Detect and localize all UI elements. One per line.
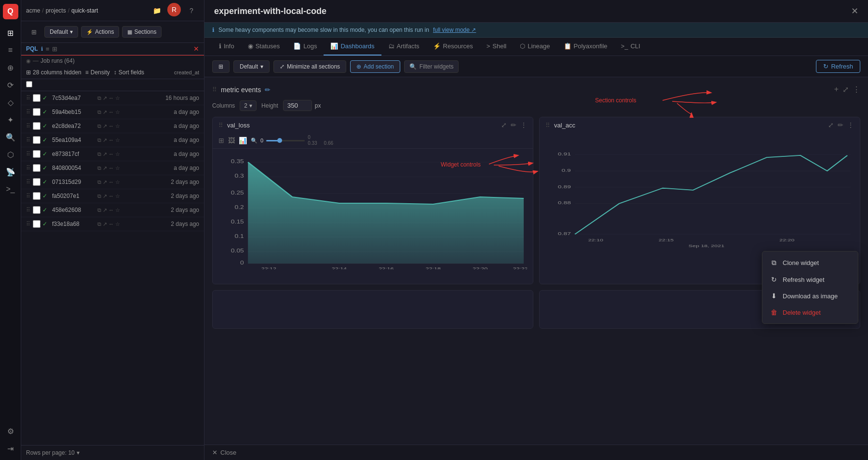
tab-shell[interactable]: > Shell bbox=[480, 38, 514, 56]
run-compare-icon[interactable]: ↔ bbox=[108, 151, 114, 157]
run-copy-icon[interactable]: ⧉ bbox=[97, 151, 101, 157]
run-copy-icon[interactable]: ⧉ bbox=[97, 137, 101, 143]
download-widget-item[interactable]: ⬇ Download as image bbox=[762, 288, 858, 304]
run-checkbox-8[interactable] bbox=[33, 206, 41, 214]
pql-filter-icon[interactable]: ⊞ bbox=[52, 45, 57, 53]
refresh-button[interactable]: ↻ Refresh bbox=[816, 60, 860, 73]
select-all-input[interactable] bbox=[26, 81, 32, 87]
actions-button[interactable]: ⚡ Actions bbox=[81, 26, 119, 38]
sidebar-user-icon[interactable]: R bbox=[167, 3, 181, 16]
nav-runs-icon[interactable]: ⟳ bbox=[3, 77, 18, 93]
table-row[interactable]: ⠿ ✓ e2c8dea72 ⧉ ↗ ↔ ☆ a day ago bbox=[21, 119, 204, 133]
nav-settings-icon[interactable]: ⚙ bbox=[3, 423, 18, 439]
tab-lineage[interactable]: ⬡ Lineage bbox=[513, 38, 556, 56]
pql-list-icon[interactable]: ≡ bbox=[46, 45, 50, 53]
tab-resources[interactable]: ⚡ Resources bbox=[426, 38, 480, 56]
section-expand-icon[interactable]: ⤢ bbox=[842, 85, 849, 94]
clone-widget-item[interactable]: ⧉ Clone widget bbox=[762, 254, 858, 271]
run-compare-icon[interactable]: ↔ bbox=[108, 165, 114, 171]
tab-cli[interactable]: >_ CLI bbox=[614, 38, 647, 56]
tab-polyaxonfile[interactable]: 📋 Polyaxonfile bbox=[557, 38, 614, 56]
run-compare-icon[interactable]: ↔ bbox=[108, 137, 114, 143]
nav-terminal-icon[interactable]: >_ bbox=[3, 181, 18, 197]
run-star-icon[interactable]: ☆ bbox=[115, 165, 120, 171]
default-button[interactable]: Default ▾ bbox=[44, 26, 78, 38]
run-drag-handle[interactable]: ⠿ bbox=[26, 165, 31, 171]
run-checkbox-9[interactable] bbox=[33, 220, 41, 228]
run-star-icon[interactable]: ☆ bbox=[115, 109, 120, 115]
sidebar-table-icon[interactable]: ⊞ bbox=[26, 24, 41, 40]
breadcrumb-current[interactable]: quick-start bbox=[71, 7, 98, 14]
widget-more-icon[interactable]: ⋮ bbox=[520, 121, 527, 129]
columns-hidden-button[interactable]: ⊞ 28 columns hidden bbox=[26, 69, 81, 76]
run-checkbox-3[interactable] bbox=[33, 136, 41, 144]
run-checkbox-1[interactable] bbox=[33, 108, 41, 116]
run-star-icon[interactable]: ☆ bbox=[115, 207, 120, 213]
table-row[interactable]: ⠿ ✓ 7c53d4ea7 ⧉ ↗ ↔ ☆ 16 hours ago bbox=[21, 91, 204, 105]
run-compare-icon[interactable]: ↔ bbox=[108, 221, 114, 227]
nav-artifacts-icon[interactable]: ◇ bbox=[3, 95, 18, 110]
sort-fields-button[interactable]: ↕ Sort fields bbox=[114, 69, 144, 76]
nav-search-icon[interactable]: 🔍 bbox=[3, 129, 18, 145]
run-drag-handle[interactable]: ⠿ bbox=[26, 109, 31, 115]
default-view-button[interactable]: Default ▾ bbox=[233, 60, 270, 73]
run-drag-handle[interactable]: ⠿ bbox=[26, 193, 31, 199]
pql-input[interactable] bbox=[60, 45, 190, 52]
table-row[interactable]: ⠿ ✓ e873817cf ⧉ ↗ ↔ ☆ a day ago bbox=[21, 147, 204, 161]
nav-expand-icon[interactable]: ⇥ bbox=[3, 441, 18, 456]
tab-statuses[interactable]: ◉ Statuses bbox=[241, 38, 287, 56]
run-star-icon[interactable]: ☆ bbox=[115, 193, 120, 199]
run-copy-icon[interactable]: ⧉ bbox=[97, 109, 101, 115]
close-main-button[interactable]: ✕ bbox=[851, 6, 858, 16]
run-checkbox-2[interactable] bbox=[33, 122, 41, 130]
rows-dropdown-icon[interactable]: ▾ bbox=[77, 449, 80, 456]
toolbar-image-icon[interactable]: 🖼 bbox=[228, 137, 235, 144]
delete-widget-item[interactable]: 🗑 Delete widget bbox=[762, 304, 858, 321]
run-link-icon[interactable]: ↗ bbox=[103, 123, 107, 129]
run-star-icon[interactable]: ☆ bbox=[115, 151, 120, 157]
run-star-icon[interactable]: ☆ bbox=[115, 123, 120, 129]
run-compare-icon[interactable]: ↔ bbox=[108, 109, 114, 115]
sidebar-help-icon[interactable]: ? bbox=[184, 3, 199, 18]
select-all-checkbox[interactable] bbox=[26, 81, 38, 89]
run-checkbox-6[interactable] bbox=[33, 178, 41, 186]
run-compare-icon[interactable]: ↔ bbox=[108, 207, 114, 213]
run-link-icon[interactable]: ↗ bbox=[103, 207, 107, 213]
run-drag-handle[interactable]: ⠿ bbox=[26, 137, 31, 143]
columns-select[interactable]: 2 ▾ bbox=[240, 100, 257, 111]
filter-widgets-search[interactable]: 🔍 Filter widgets bbox=[404, 60, 459, 73]
run-checkbox-0[interactable] bbox=[33, 94, 41, 102]
run-checkbox-5[interactable] bbox=[33, 164, 41, 172]
run-compare-icon[interactable]: ↔ bbox=[108, 123, 114, 129]
run-star-icon[interactable]: ☆ bbox=[115, 95, 120, 101]
run-star-icon[interactable]: ☆ bbox=[115, 221, 120, 227]
section-edit-icon[interactable]: ✏ bbox=[265, 86, 271, 94]
run-compare-icon[interactable]: ↔ bbox=[108, 179, 114, 185]
sidebar-folder-icon[interactable]: 📁 bbox=[149, 3, 164, 18]
widget-drag-handle[interactable]: ⠿ bbox=[218, 122, 223, 129]
table-row[interactable]: ⠿ ✓ fa50207e1 ⧉ ↗ ↔ ☆ 2 days ago bbox=[21, 189, 204, 203]
run-link-icon[interactable]: ↗ bbox=[103, 179, 107, 185]
dashboard-view-toggle[interactable]: ⊞ bbox=[212, 60, 230, 73]
tab-artifacts[interactable]: 🗂 Artifacts bbox=[381, 38, 426, 56]
height-input[interactable] bbox=[283, 100, 312, 111]
run-copy-icon[interactable]: ⧉ bbox=[97, 165, 101, 171]
run-link-icon[interactable]: ↗ bbox=[103, 137, 107, 143]
breadcrumb-org[interactable]: acme bbox=[26, 7, 40, 14]
nav-experiments-icon[interactable]: ⊕ bbox=[3, 60, 18, 75]
nav-home-icon[interactable]: ⊞ bbox=[3, 25, 18, 41]
run-link-icon[interactable]: ↗ bbox=[103, 95, 107, 101]
tab-dashboards[interactable]: 📊 Dashboards bbox=[324, 38, 381, 56]
run-checkbox-7[interactable] bbox=[33, 192, 41, 200]
run-copy-icon[interactable]: ⧉ bbox=[97, 193, 101, 199]
run-drag-handle[interactable]: ⠿ bbox=[26, 207, 31, 213]
widget-expand-icon[interactable]: ⤢ bbox=[501, 121, 507, 129]
slider-track[interactable] bbox=[266, 140, 305, 141]
run-star-icon[interactable]: ☆ bbox=[115, 179, 120, 185]
run-link-icon[interactable]: ↗ bbox=[103, 221, 107, 227]
section-drag-handle[interactable]: ⠿ bbox=[212, 86, 217, 93]
tab-logs[interactable]: 📄 Logs bbox=[286, 38, 324, 56]
widget-edit-icon[interactable]: ✏ bbox=[511, 121, 516, 129]
run-link-icon[interactable]: ↗ bbox=[103, 109, 107, 115]
minimize-all-button[interactable]: ⤢ Minimize all sections bbox=[273, 60, 346, 73]
